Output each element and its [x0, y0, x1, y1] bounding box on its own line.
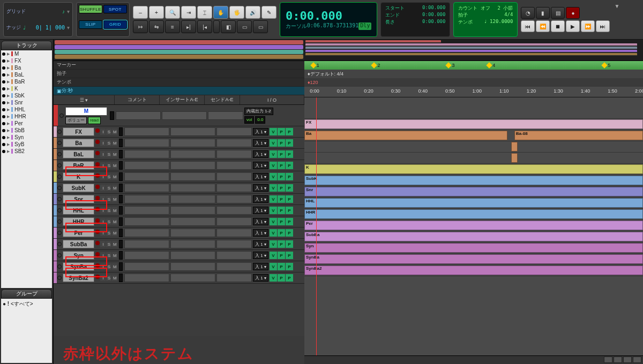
clip-lane[interactable]: HHL	[304, 198, 643, 209]
voice-button[interactable]: V	[270, 128, 277, 135]
ruler-time-label[interactable]: ▣ 分:秒	[54, 87, 304, 95]
solo-button[interactable]: S	[106, 275, 111, 281]
clip-lane[interactable]: Per	[304, 220, 643, 231]
solo-button[interactable]: S	[106, 128, 111, 135]
voice-button[interactable]: V	[270, 229, 277, 237]
rec-enable-icon[interactable]	[95, 241, 100, 245]
voice-button[interactable]: V	[270, 263, 277, 270]
record-arm-icon[interactable]	[57, 231, 62, 235]
solo-button[interactable]: S	[106, 162, 111, 169]
bottom-scrollbar[interactable]	[304, 355, 643, 364]
mode-grid-button[interactable]: GRID	[103, 20, 127, 29]
trim-tool-button[interactable]: ⇥	[181, 6, 196, 19]
input-selector[interactable]: 入 1 ▾	[253, 263, 268, 270]
input-monitor-button[interactable]: I	[100, 230, 106, 236]
zoomer-tool-button[interactable]: 🔍	[165, 6, 180, 19]
inserts-slots[interactable]	[170, 161, 215, 170]
track-header[interactable]: BaL I S M 入 1 ▾ V P P	[54, 149, 304, 160]
track-header[interactable]: HHL I S M 入 1 ▾ V P P	[54, 205, 304, 216]
solo-button[interactable]: S	[106, 207, 111, 214]
sends-slots[interactable]	[208, 111, 243, 120]
audio-clip[interactable]: HHL	[304, 198, 643, 208]
sends-slots[interactable]	[216, 150, 252, 158]
audio-clip[interactable]: SubBa	[304, 232, 643, 241]
pan-button-2[interactable]: P	[286, 240, 293, 248]
sends-slots[interactable]	[216, 195, 252, 203]
audio-clip[interactable]: SynBa2	[304, 266, 643, 275]
rec-enable-icon[interactable]	[95, 230, 100, 234]
pan-button-2[interactable]: P	[286, 184, 293, 192]
pan-button[interactable]: P	[278, 150, 285, 158]
solo-button[interactable]: S	[106, 252, 111, 259]
input-monitor-button[interactable]: I	[100, 275, 106, 281]
marker[interactable]: 4	[487, 63, 495, 68]
voice-button[interactable]: V	[270, 184, 277, 192]
mute-button[interactable]: M	[112, 230, 117, 236]
tempo-value[interactable]: 120.0000	[490, 19, 513, 24]
pan-button-2[interactable]: P	[286, 139, 293, 147]
play-button[interactable]: ▶	[566, 20, 580, 32]
sel-start-value[interactable]: 0:00.000	[422, 5, 445, 12]
colhdr-io[interactable]: I / O	[240, 95, 304, 104]
marker[interactable]: 3	[446, 63, 454, 68]
pan-button-2[interactable]: P	[286, 150, 293, 158]
inserts-slots[interactable]	[170, 262, 215, 271]
audio-clip[interactable]: HHR	[304, 209, 643, 219]
input-selector[interactable]: 入 1 ▾	[253, 173, 268, 180]
mirror-edit-button[interactable]: |◂	[197, 20, 212, 33]
tab-to-transient-button[interactable]: ↦	[133, 20, 148, 33]
mute-button[interactable]: M	[112, 218, 117, 225]
tracks-list-item[interactable]: ▶SbK	[1, 92, 52, 99]
track-name[interactable]: FX	[63, 127, 95, 136]
clip-lane[interactable]: FX	[304, 119, 643, 130]
track-name[interactable]: SubK	[63, 184, 95, 192]
record-button[interactable]: ●	[566, 7, 580, 19]
grabber-tool-button[interactable]: ✋	[213, 6, 228, 19]
tracks-list-item[interactable]: ▶BaR	[1, 78, 52, 85]
ruler-tempo-label[interactable]: テンポ	[54, 78, 304, 87]
pan-button-2[interactable]: P	[286, 263, 293, 270]
tracks-list-item[interactable]: ▶SbB	[1, 127, 52, 134]
sends-slots[interactable]	[216, 184, 252, 192]
comments-field[interactable]	[124, 150, 169, 158]
record-arm-icon[interactable]	[57, 163, 62, 168]
track-header[interactable]: Ba I S M 入 1 ▾ V P P	[54, 138, 304, 149]
sends-slots[interactable]	[216, 172, 252, 181]
inserts-slots[interactable]	[170, 195, 215, 203]
audio-clip[interactable]	[511, 142, 518, 151]
record-arm-icon[interactable]	[57, 141, 62, 145]
input-selector[interactable]: 入 1 ▾	[253, 274, 268, 282]
countoff-value[interactable]: 2 小節	[498, 5, 513, 12]
tracks-list-item[interactable]: ▶Syn	[1, 134, 52, 141]
colhdr-trackname[interactable]: ☰ ▾	[54, 95, 115, 104]
sends-slots[interactable]	[216, 127, 252, 136]
pan-button-2[interactable]: P	[286, 207, 293, 214]
tracks-list-item[interactable]: ▶FX	[1, 57, 52, 64]
pan-button[interactable]: P	[278, 274, 285, 282]
input-selector[interactable]: 入 1 ▾	[253, 252, 268, 259]
clip-lane[interactable]: SynBa2	[304, 265, 643, 276]
track-height-button[interactable]	[623, 357, 632, 363]
track-name[interactable]: M	[65, 107, 107, 116]
input-selector[interactable]: 入 1 ▾	[253, 139, 268, 147]
record-arm-icon[interactable]	[57, 219, 62, 224]
input-selector[interactable]: 入 1 ▾	[253, 162, 268, 169]
metronome-button[interactable]: ◔	[521, 7, 535, 19]
audio-clip[interactable]: SubK	[304, 176, 643, 185]
tracks-list-item[interactable]: ▶HHR	[1, 113, 52, 120]
pan-button[interactable]: P	[278, 195, 285, 203]
smart-tool-button[interactable]: ✎	[261, 6, 276, 19]
solo-button[interactable]: S	[106, 218, 111, 225]
voice-button[interactable]: V	[270, 173, 277, 180]
clip-lane-master[interactable]	[304, 97, 643, 119]
track-name[interactable]: SynBa	[63, 262, 95, 271]
input-monitor-button[interactable]: I	[100, 196, 106, 202]
mute-button[interactable]: M	[112, 207, 117, 214]
clip-lane[interactable]: HHR	[304, 209, 643, 220]
mute-button[interactable]: M	[112, 151, 117, 157]
sends-slots[interactable]	[216, 262, 252, 271]
mute-button[interactable]: M	[112, 241, 117, 247]
inserts-slots[interactable]	[170, 172, 215, 181]
pencil-tool-button[interactable]: 🔊	[245, 6, 260, 19]
comments-field[interactable]	[124, 240, 169, 248]
